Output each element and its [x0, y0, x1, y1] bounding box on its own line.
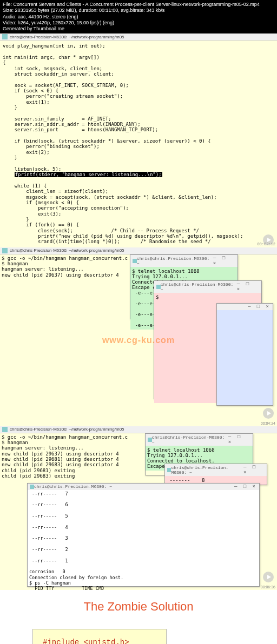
- window-controls[interactable]: — □ ×: [213, 256, 235, 266]
- terminal-icon: [30, 485, 34, 489]
- window-title: chris@chris-Precision-M6300: ~: [171, 465, 243, 475]
- server-log: $ gcc -o ~/bin/hangman hangman_concurren…: [2, 256, 128, 278]
- play-button[interactable]: [263, 572, 274, 582]
- terminal-window-pink[interactable]: chris@chris-Precision-M6300: ~— □ × ----…: [164, 464, 267, 485]
- timestamp: 00:02:12: [257, 242, 275, 246]
- panel2-title: chris@chris-Precision-M6300: ~/network-p…: [10, 248, 124, 253]
- terminal-icon: [167, 468, 171, 472]
- terminal-icon: [133, 259, 137, 263]
- meta-gen: Generated by Thumbnail me: [3, 26, 274, 32]
- code-sample: #include <unistd.h> #include <stdlib.h> …: [32, 629, 167, 644]
- window-title: chris@chris-Precision-M6300: ~: [152, 435, 228, 445]
- window-title: chris@chris-Precision-M6300: ~: [34, 484, 112, 489]
- timestamp: 00:04:24: [261, 421, 275, 425]
- panel-3: $ gcc -o ~/bin/hangman hangman_concurren…: [0, 433, 277, 590]
- window-titlebar[interactable]: chris@chris-Precision-M6300: ~— □ ×: [130, 255, 238, 267]
- meta-audio: Audio: aac, 44100 Hz, stereo (eng): [3, 14, 274, 20]
- terminal-icon: [2, 427, 8, 432]
- window-titlebar[interactable]: — □ ×: [217, 304, 273, 310]
- slide-title: The Zombie Solution: [0, 600, 277, 614]
- window-controls[interactable]: — □ ×: [248, 304, 271, 310]
- meta-video: Video: h264, yuv420p, 1280x720, 15.00 fp…: [3, 20, 274, 26]
- server-log: $ gcc -o ~/bin/hangman hangman_concurren…: [2, 434, 128, 479]
- window-controls[interactable]: — □ ×: [228, 434, 250, 445]
- play-button[interactable]: [263, 408, 274, 419]
- window-title: chris@chris-Precision-M6300: ~: [161, 282, 237, 292]
- main-telnet-window[interactable]: chris@chris-Precision-M6300: ~— □ × --rr…: [27, 483, 260, 587]
- terminal-body: --rr----- 7 --rr----- 6 --rr----- 5 --rr…: [28, 490, 259, 586]
- window-controls[interactable]: — □ ×: [234, 484, 257, 489]
- panel-2: $ gcc -o ~/bin/hangman hangman_concurren…: [0, 254, 277, 426]
- window-titlebar[interactable]: chris@chris-Precision-M6300: ~— □ ×: [146, 434, 253, 446]
- panel3-titlebar: chris@chris-Precision-M6300: ~/network-p…: [0, 426, 277, 433]
- terminal-icon: [148, 438, 152, 442]
- window-titlebar[interactable]: chris@chris-Precision-M6300: ~— □ ×: [154, 281, 261, 293]
- video-metadata: File: Concurrent Servers and Clients - A…: [0, 0, 277, 33]
- meta-size: Size: 28331953 bytes (27.02 MiB), durati…: [3, 8, 274, 14]
- terminal-icon: [2, 34, 8, 39]
- server-output: $ gcc -o ~/bin/hangman hangman_concurren…: [2, 256, 128, 278]
- window-controls[interactable]: — □ ×: [237, 281, 259, 292]
- meta-file: File: Concurrent Servers and Clients - A…: [3, 2, 274, 8]
- prompt: $: [156, 294, 260, 300]
- terminal-body: [217, 310, 273, 405]
- server-output: $ gcc -o ~/bin/hangman hangman_concurren…: [2, 434, 128, 479]
- window-title: chris@chris-Precision-M6300: ~: [137, 256, 213, 266]
- zombie-slide: The Zombie Solution #include <unistd.h> …: [0, 590, 277, 644]
- timestamp: 00:06:36: [261, 585, 275, 589]
- include-line: #include <unistd.h>: [43, 637, 156, 644]
- watermark: www.cg-ku.com: [102, 336, 175, 345]
- panel2-titlebar: chris@chris-Precision-M6300: ~/network-p…: [0, 247, 277, 254]
- code-block: void play_hangman(int in, int out); int …: [3, 43, 274, 172]
- window-controls[interactable]: — □ ×: [243, 465, 265, 475]
- code-highlighted-line: fprintf(stderr, "hangman server: listeni…: [3, 172, 274, 177]
- editor-titlebar: chris@chris-Precision-M6300: ~/network-p…: [0, 33, 277, 41]
- code-editor-pane: void play_hangman(int in, int out); int …: [0, 41, 277, 247]
- slide-body: #include <unistd.h> #include <stdlib.h> …: [0, 629, 277, 644]
- panel3-title: chris@chris-Precision-M6300: ~/network-p…: [10, 427, 124, 432]
- hangman-state: ------- 8: [167, 478, 265, 483]
- editor-title: chris@chris-Precision-M6300: ~/network-p…: [10, 35, 124, 39]
- terminal-window-3[interactable]: — □ ×: [216, 303, 273, 406]
- window-titlebar[interactable]: chris@chris-Precision-M6300: ~— □ ×: [28, 484, 259, 490]
- code-block-2: while (1) { client_len = sizeof(client);…: [3, 178, 274, 245]
- terminal-icon: [2, 248, 8, 253]
- session-output: --rr----- 7 --rr----- 6 --rr----- 5 --rr…: [29, 491, 123, 590]
- terminal-icon: [156, 285, 161, 289]
- window-titlebar[interactable]: chris@chris-Precision-M6300: ~— □ ×: [165, 464, 267, 476]
